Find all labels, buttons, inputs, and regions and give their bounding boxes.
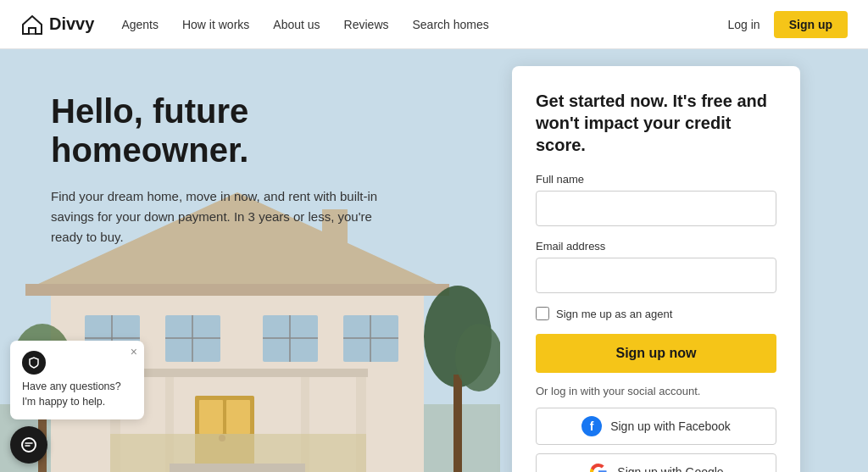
full-name-label: Full name <box>536 173 776 186</box>
hero-left: Hello, future homeowner. Find your dream… <box>0 49 441 247</box>
chat-message: Have any questions? I'm happy to help. <box>22 380 121 408</box>
logo[interactable]: Divvy <box>20 13 94 36</box>
svg-rect-32 <box>453 375 462 472</box>
login-button[interactable]: Log in <box>728 18 760 31</box>
signup-main-button[interactable]: Sign up now <box>536 334 776 373</box>
svg-rect-20 <box>226 400 250 434</box>
navbar-links: Agents How it works About us Reviews Sea… <box>121 18 727 31</box>
google-icon <box>588 462 609 472</box>
google-btn-label: Sign up with Google <box>617 465 723 472</box>
nav-agents[interactable]: Agents <box>121 18 159 31</box>
svg-rect-26 <box>108 369 368 377</box>
full-name-input[interactable] <box>536 191 776 226</box>
facebook-btn-label: Sign up with Facebook <box>610 419 731 433</box>
signup-form-panel: Get started now. It's free and won't imp… <box>512 66 800 472</box>
nav-search-homes[interactable]: Search homes <box>413 18 489 31</box>
signup-nav-button[interactable]: Sign up <box>774 11 848 38</box>
full-name-group: Full name <box>536 173 776 226</box>
logo-text: Divvy <box>49 14 94 34</box>
chat-close-button[interactable]: × <box>131 346 137 358</box>
agent-checkbox-row: Sign me up as an agent <box>536 307 776 320</box>
svg-rect-28 <box>170 464 305 472</box>
email-input[interactable] <box>536 258 776 293</box>
hero-section: Hello, future homeowner. Find your dream… <box>0 49 868 472</box>
email-group: Email address <box>536 240 776 293</box>
svg-rect-0 <box>29 28 36 34</box>
social-divider: Or log in with your social account. <box>536 385 776 397</box>
hero-headline: Hello, future homeowner. <box>51 92 407 169</box>
navbar: Divvy Agents How it works About us Revie… <box>0 0 868 49</box>
google-signup-button[interactable]: Sign up with Google <box>536 453 776 472</box>
email-label: Email address <box>536 240 776 253</box>
agent-checkbox[interactable] <box>536 307 549 320</box>
svg-rect-19 <box>199 400 223 434</box>
facebook-icon: f <box>581 416 602 436</box>
agent-checkbox-label[interactable]: Sign me up as an agent <box>556 308 672 320</box>
logo-icon <box>20 13 44 36</box>
hero-subtext: Find your dream home, move in now, and r… <box>51 186 390 247</box>
nav-about-us[interactable]: About us <box>273 18 320 31</box>
chat-popup: Have any questions? I'm happy to help. × <box>10 341 144 419</box>
nav-how-it-works[interactable]: How it works <box>182 18 249 31</box>
navbar-actions: Log in Sign up <box>728 11 848 38</box>
facebook-signup-button[interactable]: f Sign up with Facebook <box>536 408 776 445</box>
chat-popup-icon <box>22 351 46 375</box>
nav-reviews[interactable]: Reviews <box>344 18 389 31</box>
svg-point-34 <box>22 438 36 452</box>
svg-rect-4 <box>25 284 449 296</box>
form-heading: Get started now. It's free and won't imp… <box>536 90 776 156</box>
chat-widget: Have any questions? I'm happy to help. × <box>10 341 144 464</box>
chat-bubble-icon <box>19 436 38 454</box>
chat-bubble-button[interactable] <box>10 426 47 464</box>
